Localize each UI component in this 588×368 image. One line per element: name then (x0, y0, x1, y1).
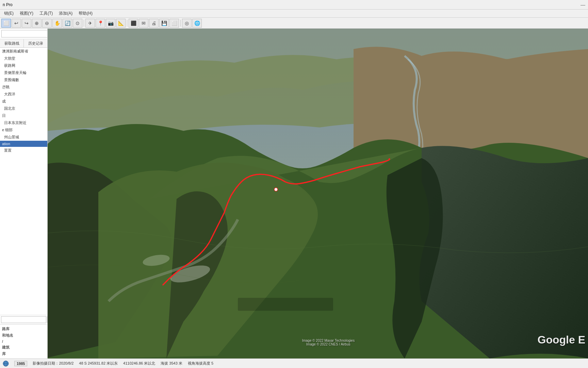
menu-view[interactable]: 视图(Y) (17, 10, 36, 17)
toolbar-zoom-in[interactable]: ⊕ (32, 19, 42, 28)
scroll-controls: ▲ ▼ ⊙ (0, 315, 47, 324)
titlebar: n Pro — (0, 0, 588, 10)
toolbar-back[interactable]: ↩ (12, 19, 21, 28)
place-item-selected[interactable]: ation (0, 141, 47, 147)
menubar: 销(E) 视图(Y) 工具(T) 添加(A) 帮助(H) (0, 10, 588, 18)
google-brand: Google E (538, 334, 585, 346)
toolbar-print[interactable]: 🖨 (149, 19, 159, 28)
section-title-routes: 路库 (0, 326, 47, 332)
toolbar-fly[interactable]: ✈ (85, 19, 95, 28)
toolbar-refresh[interactable]: 🔄 (63, 19, 72, 28)
place-list: 澳洲新南威斯省 大勃堂 获路网 景侧景座天輪 景围備數 큰眺 大西洋 成 国北京… (0, 48, 47, 315)
toolbar-sep3 (180, 20, 181, 27)
camera-altitude: 视角海拔高度 5 (188, 361, 213, 366)
toolbar-marker[interactable]: 📍 (96, 19, 105, 28)
toolbar-layer[interactable]: ⬛ (129, 19, 138, 28)
place-item[interactable]: 获路网 (0, 62, 47, 69)
date-status: 影像拍摄日期：2020/8/2 (33, 361, 74, 366)
place-item[interactable]: 大勃堂 (0, 55, 47, 62)
sidebar: 搜索 获取路线 历史记录 澳洲新南威斯省 大勃堂 获路网 景侧景座天輪 景围備數… (0, 29, 48, 358)
toolbar-zoom-out[interactable]: ⊖ (42, 19, 52, 28)
statusbar: 1985 影像拍摄日期：2020/8/2 48 S 245931.82 米以东 … (0, 358, 588, 368)
section-title-places: 和地名 (0, 332, 47, 339)
place-item[interactable]: 国北京 (0, 105, 47, 112)
coord-east: 48 S 245931.82 米以东 (79, 361, 118, 366)
coord-north: 4110246.86 米以北 (123, 361, 155, 366)
svg-point-3 (274, 188, 278, 191)
tab-routes[interactable]: 获取路线 (0, 39, 24, 47)
place-item[interactable]: 景围備數 (0, 76, 47, 83)
toolbar-email[interactable]: ✉ (139, 19, 148, 28)
bottom-list: 路库 和地名 / 建筑 库 (0, 324, 47, 358)
toolbar-measure[interactable]: 📐 (116, 19, 126, 28)
toolbar-import[interactable]: ⬜ (169, 19, 179, 28)
place-item[interactable]: 日 (0, 112, 47, 119)
tab-buttons: 获取路线 历史记录 (0, 39, 47, 48)
toolbar-pan[interactable]: ✋ (52, 19, 62, 28)
tab-history[interactable]: 历史记录 (24, 39, 47, 47)
globe-icon (3, 361, 9, 367)
map-area[interactable]: Image © 2022 Maxar Technologies Image © … (48, 29, 588, 358)
year-badge: 1985 (14, 361, 27, 366)
toolbar-photo[interactable]: 📷 (106, 19, 115, 28)
place-item[interactable]: 大西洋 (0, 91, 47, 98)
menu-help[interactable]: 帮助(H) (76, 10, 95, 17)
toolbar-web[interactable]: 🌐 (192, 19, 202, 28)
section-title-slash: / (0, 339, 47, 344)
place-item[interactable]: 成 (0, 98, 47, 105)
toolbar-new[interactable]: ⬜ (1, 19, 11, 28)
menu-add[interactable]: 添加(A) (56, 10, 75, 17)
toolbar-rotate[interactable]: ⊙ (73, 19, 82, 28)
altitude-status: 海拔 3543 米 (161, 361, 182, 366)
place-item[interactable]: 州山景城 (0, 134, 47, 141)
section-title-lib: 库 (0, 351, 47, 357)
menu-file[interactable]: 销(E) (1, 10, 16, 17)
toolbar-sep1 (84, 20, 84, 27)
search-area: 搜索 (0, 29, 47, 39)
place-item[interactable]: 큰眺 (0, 83, 47, 91)
image-attribution: Image © 2022 Maxar Technologies Image © … (302, 339, 355, 346)
terrain-view (48, 29, 588, 358)
earth-icon-status (3, 361, 9, 367)
place-item[interactable]: 景侧景座天輪 (0, 69, 47, 76)
svg-rect-4 (238, 298, 333, 311)
toolbar-save[interactable]: 💾 (159, 19, 169, 28)
place-item[interactable]: 澳洲新南威斯省 (0, 48, 47, 55)
menu-tools[interactable]: 工具(T) (37, 10, 55, 17)
toolbar-earth[interactable]: ◎ (182, 19, 192, 28)
place-item[interactable]: 置置 (0, 147, 47, 154)
toolbar-forward[interactable]: ↪ (22, 19, 31, 28)
main-layout: 搜索 获取路线 历史记录 澳洲新南威斯省 大勃堂 获路网 景侧景座天輪 景围備數… (0, 29, 588, 358)
close-button[interactable]: — (581, 2, 585, 7)
scroll-input[interactable] (1, 316, 46, 323)
toolbar-sep2 (127, 20, 127, 27)
place-item[interactable]: 日本东京附近 (0, 119, 47, 126)
search-input[interactable] (1, 30, 48, 37)
toolbar: ⬜ ↩ ↪ ⊕ ⊖ ✋ 🔄 ⊙ ✈ 📍 📷 📐 ⬛ ✉ 🖨 💾 ⬜ ◎ 🌐 (0, 18, 588, 29)
place-item[interactable]: e 细部 (0, 126, 47, 134)
section-title-buildings: 建筑 (0, 344, 47, 351)
app-title: n Pro (3, 2, 13, 7)
